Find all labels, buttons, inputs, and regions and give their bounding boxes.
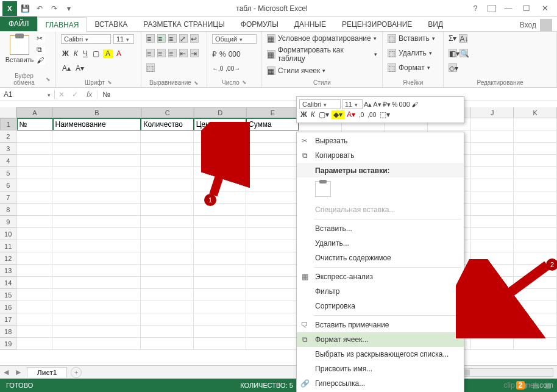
mini-dec-decimal[interactable]: ,00 bbox=[366, 112, 377, 118]
cell[interactable] bbox=[141, 143, 193, 155]
mini-italic[interactable]: К bbox=[310, 110, 316, 119]
mini-percent-icon[interactable]: % bbox=[392, 101, 398, 108]
ctx-insert[interactable]: Вставить... bbox=[297, 221, 464, 236]
cell[interactable] bbox=[246, 167, 299, 179]
ctx-clear[interactable]: Очистить содержимое bbox=[297, 251, 464, 265]
cell[interactable] bbox=[194, 204, 246, 216]
tab-home[interactable]: ГЛАВНАЯ bbox=[37, 17, 87, 32]
format-as-table-icon[interactable]: ▦ bbox=[267, 50, 275, 59]
comma-icon[interactable]: 000 bbox=[229, 50, 241, 59]
cell-styles-icon[interactable]: ▦ bbox=[267, 66, 275, 75]
cell[interactable] bbox=[52, 252, 141, 265]
format-painter-icon[interactable]: 🖌 bbox=[37, 56, 45, 65]
mini-accounting-icon[interactable]: ₽▾ bbox=[383, 101, 391, 109]
conditional-formatting-icon[interactable]: ▦ bbox=[267, 34, 275, 43]
cell[interactable] bbox=[16, 289, 52, 301]
fx-icon[interactable]: fx bbox=[82, 90, 98, 99]
cell[interactable] bbox=[52, 240, 141, 252]
cell[interactable] bbox=[16, 216, 52, 228]
cell[interactable] bbox=[16, 313, 52, 326]
italic-button[interactable]: К bbox=[73, 49, 79, 58]
cell[interactable] bbox=[194, 216, 246, 228]
cell[interactable] bbox=[514, 240, 557, 252]
tab-view[interactable]: ВИД bbox=[420, 16, 451, 31]
orientation-icon[interactable]: ⤢ bbox=[179, 34, 188, 43]
align-top-icon[interactable]: ≡ bbox=[146, 34, 155, 43]
ctx-filter[interactable]: Фильтр bbox=[297, 284, 464, 299]
cell[interactable] bbox=[52, 228, 141, 240]
decrease-decimal-icon[interactable]: ,00→ bbox=[225, 65, 240, 72]
cell[interactable] bbox=[52, 130, 141, 143]
align-launcher-icon[interactable]: ⬊ bbox=[194, 80, 199, 86]
cell[interactable] bbox=[52, 204, 141, 216]
cell[interactable] bbox=[141, 179, 193, 191]
cell[interactable] bbox=[246, 228, 299, 240]
conditional-formatting-button[interactable]: Условное форматирование bbox=[278, 34, 371, 43]
redo-icon[interactable]: ↷ bbox=[49, 3, 60, 14]
cell[interactable] bbox=[52, 167, 141, 179]
cell[interactable] bbox=[141, 191, 193, 204]
ctx-sort[interactable]: Сортировка bbox=[297, 299, 464, 313]
cell[interactable] bbox=[246, 155, 299, 167]
cell[interactable] bbox=[514, 130, 557, 143]
cell[interactable] bbox=[194, 313, 246, 326]
row-header[interactable]: 16 bbox=[0, 301, 16, 313]
sheet-nav-prev-icon[interactable]: ◀ bbox=[0, 368, 12, 376]
cell[interactable] bbox=[16, 326, 52, 338]
col-header-e[interactable]: E bbox=[246, 107, 299, 118]
find-select-icon[interactable]: 🔍 bbox=[459, 49, 468, 57]
login-label[interactable]: Вход bbox=[520, 21, 536, 29]
cell[interactable] bbox=[52, 313, 141, 326]
select-all-corner[interactable] bbox=[0, 107, 16, 118]
insert-cells-button[interactable]: Вставить bbox=[399, 34, 430, 43]
tab-formulas[interactable]: ФОРМУЛЫ bbox=[233, 16, 286, 31]
ctx-define-name[interactable]: Присвоить имя... bbox=[297, 362, 464, 376]
tab-insert[interactable]: ВСТАВКА bbox=[87, 16, 135, 31]
font-name-select[interactable]: Calibri bbox=[61, 34, 111, 44]
cell[interactable] bbox=[514, 118, 557, 130]
autosum-icon[interactable]: Σ▾ bbox=[449, 34, 456, 43]
mini-thousands-icon[interactable]: 000 bbox=[399, 101, 410, 108]
row-header[interactable]: 11 bbox=[0, 240, 16, 252]
row-header[interactable]: 9 bbox=[0, 216, 16, 228]
close-icon[interactable]: ✕ bbox=[539, 2, 551, 15]
delete-cells-icon[interactable]: ⬚ bbox=[388, 49, 396, 57]
mini-font-size[interactable]: 11 bbox=[342, 99, 363, 109]
font-color-button[interactable]: A bbox=[115, 49, 122, 58]
row-header[interactable]: 2 bbox=[0, 130, 16, 143]
row-header[interactable]: 1 bbox=[0, 118, 17, 130]
paste-option-icon[interactable] bbox=[315, 181, 331, 197]
cell[interactable] bbox=[141, 265, 193, 277]
cell[interactable] bbox=[194, 240, 246, 252]
row-header[interactable]: 8 bbox=[0, 204, 16, 216]
merge-center-icon[interactable]: ⬚ bbox=[146, 63, 155, 72]
row-header[interactable]: 14 bbox=[0, 277, 16, 289]
mini-border[interactable]: ▢▾ bbox=[318, 110, 330, 119]
cell[interactable] bbox=[471, 204, 514, 216]
cell[interactable] bbox=[141, 130, 193, 143]
cell[interactable]: Наименование bbox=[53, 118, 141, 130]
cell[interactable] bbox=[16, 204, 52, 216]
cell[interactable] bbox=[141, 289, 193, 301]
cell[interactable] bbox=[194, 301, 246, 313]
cell[interactable] bbox=[141, 277, 193, 289]
cell[interactable] bbox=[471, 216, 514, 228]
row-header[interactable]: 12 bbox=[0, 252, 16, 265]
mini-font-color[interactable]: A▾ bbox=[346, 110, 357, 119]
cell[interactable] bbox=[194, 338, 246, 350]
cell[interactable] bbox=[16, 252, 52, 265]
help-icon[interactable]: ? bbox=[469, 2, 481, 15]
cell[interactable] bbox=[16, 301, 52, 313]
sort-filter-icon[interactable]: A↓ bbox=[459, 34, 467, 43]
row-header[interactable]: 19 bbox=[0, 338, 16, 350]
cell[interactable] bbox=[471, 228, 514, 240]
row-header[interactable]: 18 bbox=[0, 326, 16, 338]
shrink-font-button[interactable]: A▾ bbox=[74, 64, 85, 73]
cell[interactable] bbox=[141, 338, 193, 350]
sheet-nav-next-icon[interactable]: ▶ bbox=[12, 368, 24, 376]
row-header[interactable]: 4 bbox=[0, 155, 16, 167]
cell[interactable] bbox=[514, 191, 557, 204]
cell[interactable] bbox=[16, 277, 52, 289]
ctx-delete[interactable]: Удалить... bbox=[297, 236, 464, 251]
cell[interactable] bbox=[141, 313, 193, 326]
